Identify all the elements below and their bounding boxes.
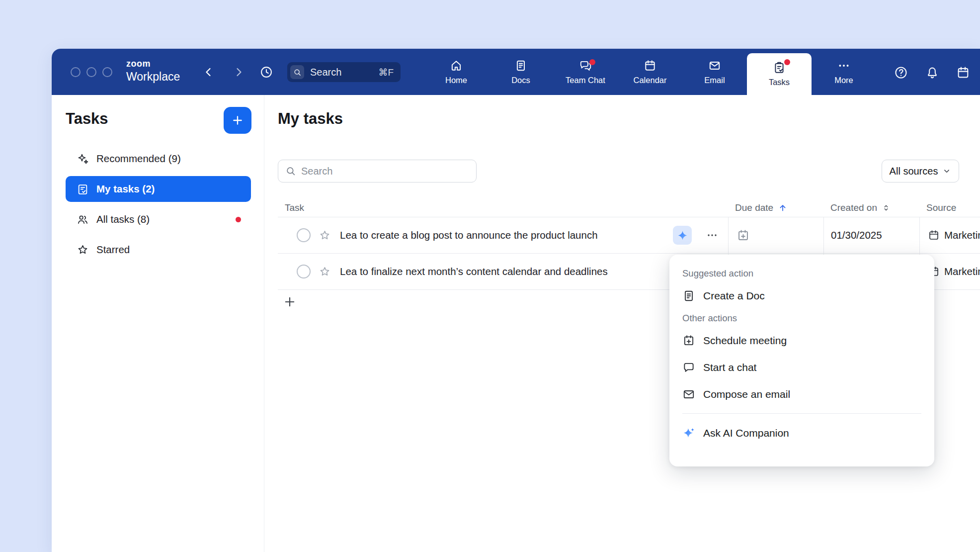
sort-toggle-icon[interactable]: [882, 203, 891, 212]
email-icon: [708, 59, 721, 72]
menu-item-compose-email[interactable]: Compose an email: [682, 381, 921, 408]
task-cell: Lea to finalize next month’s content cal…: [278, 254, 728, 289]
sidebar-item-starred[interactable]: Starred: [66, 237, 251, 263]
star-icon[interactable]: [319, 229, 331, 242]
clock-icon: [259, 65, 273, 79]
all-tasks-notification-dot: [236, 217, 241, 222]
nav-email-label: Email: [704, 76, 725, 85]
column-header-due-date[interactable]: Due date: [728, 202, 823, 213]
column-label: Due date: [735, 202, 773, 213]
menu-divider: [682, 413, 921, 414]
nav-team-chat[interactable]: Team Chat: [553, 49, 618, 95]
global-search-button[interactable]: Search ⌘F: [287, 62, 401, 82]
created-on-cell: 01/30/2025: [823, 217, 919, 253]
star-icon[interactable]: [319, 266, 331, 278]
sidebar-list: Recommended (9) My tasks (2) All tasks (…: [66, 146, 251, 263]
menu-item-ask-ai-companion[interactable]: Ask AI Companion: [682, 420, 921, 447]
task-title[interactable]: Lea to finalize next month’s content cal…: [340, 266, 608, 277]
window-minimize-button[interactable]: [86, 67, 96, 77]
history-button[interactable]: [259, 65, 273, 79]
search-icon: [290, 65, 304, 79]
chevron-down-icon: [942, 167, 951, 176]
nav-home[interactable]: Home: [424, 49, 489, 95]
page-title: My tasks: [278, 110, 343, 128]
calendar-date-icon: [956, 66, 970, 80]
column-header-created-on[interactable]: Created on: [823, 202, 919, 213]
task-cell: Lea to create a blog post to announce th…: [278, 217, 728, 253]
chevron-left-icon: [203, 66, 215, 78]
nav-docs-label: Docs: [511, 76, 530, 85]
calendar-icon: [644, 59, 656, 72]
chat-bubble-icon: [682, 361, 695, 374]
sidebar-item-label: All tasks (8): [96, 213, 150, 225]
task-title[interactable]: Lea to create a blog post to announce th…: [340, 229, 598, 241]
task-complete-checkbox[interactable]: [297, 228, 311, 242]
chevron-right-icon: [233, 66, 245, 78]
ai-companion-icon: [682, 427, 695, 440]
created-on-value: 01/30/2025: [831, 229, 882, 241]
doc-icon: [682, 289, 695, 302]
menu-item-start-chat[interactable]: Start a chat: [682, 354, 921, 381]
sidebar-item-recommended[interactable]: Recommended (9): [66, 146, 251, 172]
sidebar-title: Tasks: [66, 110, 108, 128]
nav-calendar[interactable]: Calendar: [618, 49, 682, 95]
source-value: Marketing: [944, 229, 980, 241]
task-complete-checkbox[interactable]: [297, 265, 311, 278]
tasks-notification-dot: [784, 59, 790, 65]
top-navigation: Home Docs Team Chat Calendar Email: [424, 49, 876, 95]
menu-item-label: Ask AI Companion: [703, 427, 789, 439]
sources-filter-label: All sources: [890, 166, 938, 177]
nav-docs[interactable]: Docs: [489, 49, 553, 95]
tasks-search-input[interactable]: [278, 160, 477, 183]
nav-team-chat-label: Team Chat: [566, 76, 605, 85]
calendar-plus-icon: [682, 334, 695, 347]
window-close-button[interactable]: [71, 67, 81, 77]
menu-item-label: Compose an email: [703, 388, 790, 400]
add-due-date-icon[interactable]: [736, 229, 750, 242]
back-button[interactable]: [203, 66, 215, 78]
ellipsis-icon: [706, 229, 718, 241]
plus-icon: [283, 295, 297, 309]
nav-email[interactable]: Email: [682, 49, 747, 95]
zoom-logo-text: zoom: [126, 59, 180, 68]
tasks-icon: [773, 61, 786, 74]
team-chat-notification-dot: [589, 59, 595, 65]
source-value: Marketing: [944, 266, 980, 277]
forward-button[interactable]: [233, 66, 245, 78]
add-task-button[interactable]: [224, 107, 251, 134]
sources-filter-dropdown[interactable]: All sources: [882, 160, 959, 183]
window-zoom-button[interactable]: [102, 67, 112, 77]
table-row[interactable]: Lea to create a blog post to announce th…: [278, 217, 980, 254]
ai-companion-actions-button[interactable]: [673, 226, 692, 245]
nav-home-label: Home: [445, 76, 467, 85]
search-icon: [285, 166, 296, 177]
sidebar-item-my-tasks[interactable]: My tasks (2): [66, 176, 251, 202]
column-header-task[interactable]: Task: [278, 202, 728, 213]
nav-more[interactable]: More: [812, 49, 876, 95]
notifications-button[interactable]: [925, 66, 939, 80]
row-more-button[interactable]: [701, 226, 723, 245]
column-header-source[interactable]: Source: [919, 202, 980, 213]
sort-ascending-icon[interactable]: [778, 203, 788, 213]
global-search-placeholder: Search: [310, 67, 341, 78]
sidebar-item-label: Starred: [96, 244, 130, 256]
menu-item-create-doc[interactable]: Create a Doc: [682, 282, 921, 309]
ai-companion-icon: [677, 230, 688, 241]
window-controls: [71, 67, 112, 77]
due-date-cell[interactable]: [728, 217, 823, 253]
help-button[interactable]: [894, 66, 908, 80]
source-cell: Marketing: [919, 217, 980, 253]
nav-tasks[interactable]: Tasks: [747, 53, 812, 95]
search-shortcut-hint: ⌘F: [378, 67, 394, 78]
star-icon: [77, 244, 89, 256]
sidebar-item-label: My tasks (2): [96, 183, 155, 195]
workplace-logo-text: Workplace: [126, 71, 180, 83]
people-icon: [77, 213, 89, 226]
mini-calendar-button[interactable]: [956, 66, 970, 80]
sidebar-item-all-tasks[interactable]: All tasks (8): [66, 206, 251, 232]
menu-item-schedule-meeting[interactable]: Schedule meeting: [682, 327, 921, 354]
menu-item-label: Schedule meeting: [703, 335, 787, 347]
my-tasks-panel: My tasks All sources Task Due date Creat…: [265, 95, 980, 552]
zoom-workplace-logo: zoom Workplace: [126, 59, 180, 83]
add-task-inline-button[interactable]: [283, 295, 297, 309]
